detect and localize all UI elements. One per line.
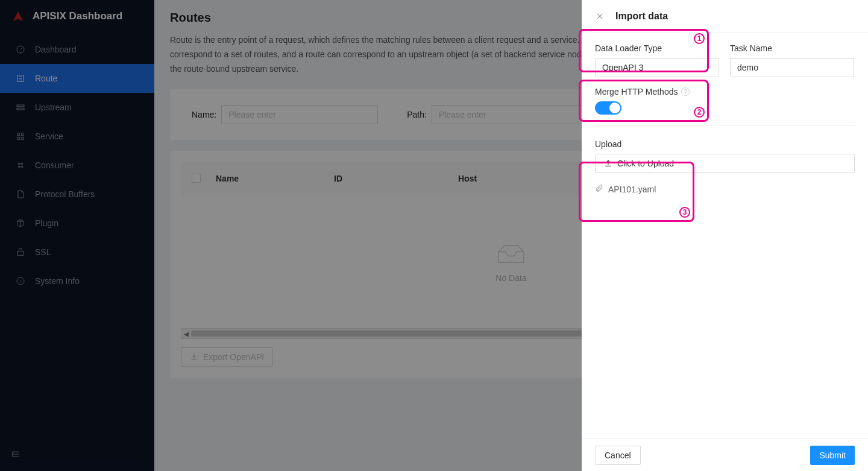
paperclip-icon bbox=[595, 184, 603, 194]
callout-number-3: 3 bbox=[679, 207, 690, 218]
uploaded-file-row[interactable]: API101.yaml bbox=[595, 184, 855, 194]
upload-button-label: Click to Upload bbox=[617, 159, 674, 168]
upload-icon bbox=[604, 159, 612, 169]
close-icon[interactable] bbox=[595, 11, 605, 21]
data-loader-type-label: Data Loader Type bbox=[595, 43, 719, 53]
data-loader-type-value: OpenAPI 3 bbox=[602, 63, 644, 72]
merge-http-methods-field: Merge HTTP Methods ? bbox=[595, 87, 719, 115]
import-data-drawer: Import data Data Loader Type OpenAPI 3 T… bbox=[582, 0, 868, 471]
drawer-header: Import data bbox=[582, 0, 868, 33]
drawer-title: Import data bbox=[615, 11, 668, 22]
data-loader-type-select[interactable]: OpenAPI 3 bbox=[595, 58, 719, 77]
drawer-footer: Cancel Submit bbox=[582, 438, 868, 471]
uploaded-file-name: API101.yaml bbox=[608, 185, 656, 194]
modal-backdrop[interactable] bbox=[0, 0, 582, 471]
divider bbox=[595, 125, 855, 126]
click-to-upload-button[interactable]: Click to Upload bbox=[595, 154, 855, 173]
callout-number-1: 1 bbox=[694, 33, 705, 44]
drawer-body: Data Loader Type OpenAPI 3 Task Name Mer… bbox=[582, 33, 868, 438]
chevron-down-icon bbox=[705, 63, 712, 72]
data-loader-type-field: Data Loader Type OpenAPI 3 bbox=[595, 43, 719, 77]
merge-http-methods-toggle[interactable] bbox=[595, 101, 621, 115]
upload-label: Upload bbox=[595, 139, 855, 149]
help-icon[interactable]: ? bbox=[681, 87, 690, 96]
toggle-knob bbox=[609, 103, 620, 113]
merge-http-methods-label: Merge HTTP Methods bbox=[595, 87, 678, 96]
task-name-input[interactable] bbox=[730, 58, 854, 77]
task-name-label: Task Name bbox=[730, 43, 854, 53]
task-name-field: Task Name bbox=[730, 43, 854, 77]
cancel-button[interactable]: Cancel bbox=[595, 446, 641, 465]
upload-field: Upload Click to Upload API101.yaml bbox=[595, 139, 855, 194]
submit-button[interactable]: Submit bbox=[810, 446, 855, 465]
